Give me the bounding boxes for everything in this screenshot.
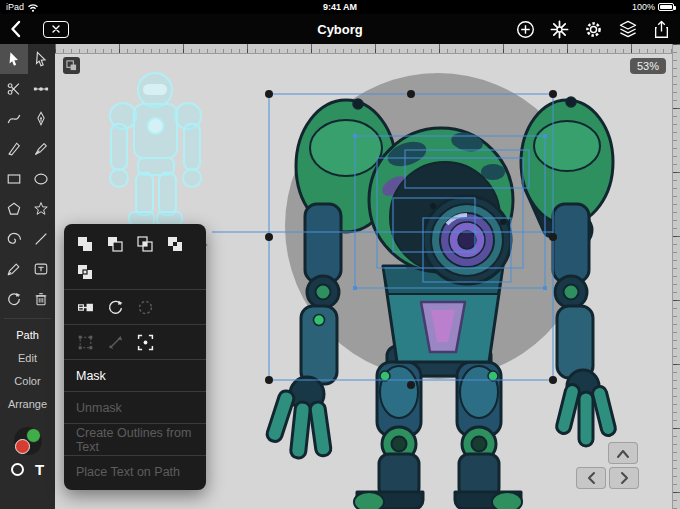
cyborg-robot-artwork[interactable] — [265, 97, 617, 509]
menu-item-mask[interactable]: Mask — [64, 363, 206, 388]
scissors-tool-icon — [6, 81, 22, 97]
pen-tool-button[interactable] — [28, 104, 56, 134]
free-transform-icon — [77, 334, 94, 351]
node-tool-icon — [33, 81, 49, 97]
gear-icon — [584, 20, 603, 39]
popup-divider — [64, 359, 206, 360]
path-menu-popup: Mask Unmask Create Outlines from Text Pl… — [64, 224, 206, 490]
line-tool-button[interactable] — [28, 224, 56, 254]
bezier-tool-button[interactable] — [0, 104, 28, 134]
chevron-left-icon — [586, 470, 597, 486]
exclude-button[interactable] — [166, 235, 184, 253]
intersect-icon — [137, 236, 153, 252]
text-frame-tool-button[interactable] — [28, 254, 56, 284]
rotate-tool-button[interactable] — [0, 284, 28, 314]
text-style-button[interactable]: T — [35, 461, 44, 478]
back-chevron-icon — [10, 20, 21, 38]
fill-stroke-color-well[interactable] — [14, 427, 42, 455]
scroll-up-button[interactable] — [608, 442, 638, 464]
subtract-button[interactable] — [106, 235, 124, 253]
ellipse-tool-icon — [33, 171, 49, 187]
rotate-copy-button[interactable] — [106, 298, 124, 316]
trash-tool-button[interactable] — [28, 284, 56, 314]
exclude-icon — [167, 236, 183, 252]
scale-button[interactable] — [106, 333, 124, 351]
spiral-tool-icon — [6, 231, 22, 247]
plus-circle-icon — [516, 20, 535, 39]
layers-button[interactable] — [618, 20, 638, 39]
unite-button[interactable] — [76, 235, 94, 253]
scroll-left-button[interactable] — [576, 467, 606, 489]
rotate-copy-icon — [107, 299, 124, 316]
trim-paths-button[interactable] — [76, 298, 94, 316]
popup-divider — [64, 423, 206, 424]
blend-button[interactable] — [136, 298, 154, 316]
knife-tool-icon — [6, 141, 22, 157]
polygon-tool-icon — [6, 201, 22, 217]
rectangle-tool-icon — [6, 171, 22, 187]
share-icon — [653, 20, 670, 39]
transform-each-icon — [137, 334, 154, 351]
intersect-button[interactable] — [136, 235, 154, 253]
popup-divider — [64, 391, 206, 392]
tab-color[interactable]: Color — [0, 369, 55, 392]
close-icon — [52, 25, 60, 33]
subtract-icon — [107, 236, 123, 252]
direct-select-tool-icon — [33, 51, 49, 67]
battery-icon — [658, 3, 674, 11]
menu-item-unmask: Unmask — [64, 395, 206, 420]
add-button[interactable] — [516, 20, 535, 39]
calligraphy-tool-icon — [33, 141, 49, 157]
star-tool-button[interactable] — [28, 194, 56, 224]
knife-tool-button[interactable] — [0, 134, 28, 164]
battery-percent: 100% — [632, 2, 655, 12]
scissors-tool-button[interactable] — [0, 74, 28, 104]
chevron-right-icon — [619, 470, 630, 486]
nav-bar: Cyborg — [0, 14, 680, 44]
polygon-tool-button[interactable] — [0, 194, 28, 224]
text-frame-tool-icon — [33, 261, 49, 277]
star-tool-icon — [33, 201, 49, 217]
status-bar: iPad 9:41 AM 100% — [0, 0, 680, 14]
pencil-tool-button[interactable] — [0, 254, 28, 284]
menu-item-create-outlines: Create Outlines from Text — [64, 427, 206, 452]
clock: 9:41 AM — [0, 2, 680, 12]
layers-icon — [618, 20, 638, 39]
appearance-button[interactable] — [550, 20, 569, 39]
shape-style-button[interactable] — [11, 463, 24, 476]
hologram-robot-sketch[interactable] — [110, 73, 201, 225]
move-tool-button[interactable] — [0, 44, 28, 74]
tab-edit[interactable]: Edit — [0, 346, 55, 369]
share-button[interactable] — [653, 20, 670, 39]
divide-icon — [77, 264, 93, 280]
blend-icon — [137, 299, 154, 316]
zoom-level-badge[interactable]: 53% — [630, 58, 666, 74]
back-button[interactable] — [10, 20, 21, 38]
toolbar-divider — [4, 318, 51, 319]
rectangle-tool-button[interactable] — [0, 164, 28, 194]
direct-select-tool-button[interactable] — [28, 44, 56, 74]
horizontal-ruler[interactable] — [55, 44, 672, 54]
ellipse-tool-button[interactable] — [28, 164, 56, 194]
tab-arrange[interactable]: Arrange — [0, 392, 55, 415]
fill-color-swatch — [15, 439, 30, 454]
tab-path[interactable]: Path — [0, 323, 55, 346]
scroll-right-button[interactable] — [609, 467, 639, 489]
scale-icon — [107, 334, 124, 351]
free-transform-button[interactable] — [76, 333, 94, 351]
transform-each-button[interactable] — [136, 333, 154, 351]
node-tool-button[interactable] — [28, 74, 56, 104]
deselect-button[interactable] — [43, 21, 69, 38]
pen-tool-icon — [33, 111, 49, 127]
trash-icon — [33, 291, 49, 307]
chevron-up-icon — [615, 448, 631, 459]
color-wheel-icon — [550, 20, 569, 39]
spiral-tool-button[interactable] — [0, 224, 28, 254]
divide-button[interactable] — [76, 263, 94, 281]
settings-button[interactable] — [584, 20, 603, 39]
popup-divider — [64, 324, 206, 325]
calligraphy-tool-button[interactable] — [28, 134, 56, 164]
artboard-settings-button[interactable] — [63, 57, 80, 74]
vertical-ruler[interactable] — [672, 44, 680, 509]
artboard-icon — [66, 60, 77, 71]
